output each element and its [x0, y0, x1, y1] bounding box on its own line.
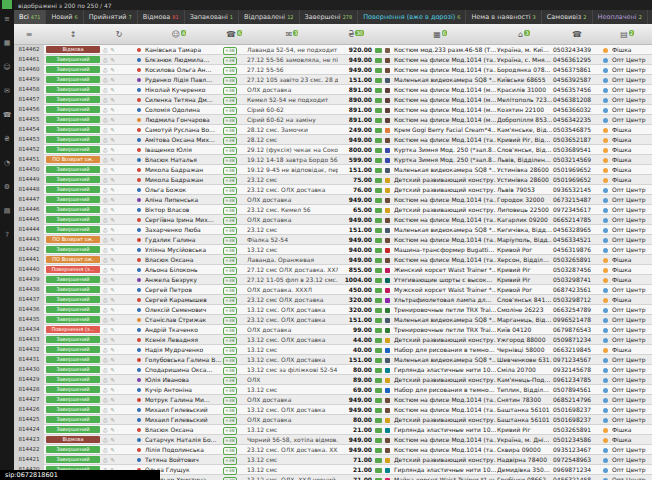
print-icon[interactable]: ⎙: [103, 337, 107, 343]
edit-icon[interactable]: ✎: [110, 457, 115, 463]
status-badge[interactable]: Завершений: [46, 86, 100, 93]
client-name[interactable]: Тетяна Войтович: [145, 456, 199, 463]
edit-icon[interactable]: ✎: [110, 387, 115, 393]
product-name[interactable]: Детский развивающий констру…: [394, 336, 496, 343]
edit-icon[interactable]: ✎: [110, 417, 115, 423]
messenger-icon[interactable]: [137, 138, 141, 142]
client-phone[interactable]: 0456357456: [552, 85, 602, 94]
client-phone[interactable]: 0503265891: [552, 425, 602, 434]
table-row[interactable]: 814447 Завершений ⎙ ✎ Аліна Липенська +3…: [14, 195, 652, 205]
table-row[interactable]: 814442 Завершений ⎙ ✎ Уліяна Мусійовська…: [14, 245, 652, 255]
print-icon[interactable]: ⎙: [103, 287, 107, 293]
client-phone[interactable]: 0685214796: [552, 395, 602, 404]
orders-icon[interactable]: ▦: [4, 39, 11, 47]
edit-icon[interactable]: ✎: [110, 147, 115, 153]
print-icon[interactable]: ⎙: [103, 437, 107, 443]
messenger-icon[interactable]: [137, 288, 141, 292]
status-tab[interactable]: Самовивіз2: [542, 10, 593, 24]
edit-icon[interactable]: ✎: [110, 97, 115, 103]
edit-icon[interactable]: ✎: [110, 67, 115, 73]
messenger-icon[interactable]: [137, 268, 141, 272]
client-name[interactable]: Аліна Липенська: [145, 196, 198, 203]
table-row[interactable]: 814458 Завершений ⎙ ✎ Ніколай Кучеренко …: [14, 85, 652, 95]
edit-icon[interactable]: ✎: [110, 177, 115, 183]
status-badge[interactable]: Завершений: [46, 126, 100, 133]
table-row[interactable]: 814451 ПО Возврат ож. ⎙ ✎ Власюк Наталья…: [14, 155, 652, 165]
status-badge[interactable]: Завершений: [46, 166, 100, 173]
client-name[interactable]: Людмила Гончарова: [145, 116, 210, 123]
messenger-icon[interactable]: [137, 348, 141, 352]
client-phone[interactable]: 0665214785: [552, 215, 602, 224]
product-name[interactable]: Детский развивающий констру…: [394, 376, 496, 383]
table-row[interactable]: 814427 Завершений ⎙ ✎ Мотрук Галина Ми… …: [14, 395, 652, 405]
client-name[interactable]: Косилова Ольга Ан…: [145, 66, 212, 73]
product-name[interactable]: Набор для рисования в темно…: [394, 346, 495, 353]
edit-icon[interactable]: ✎: [110, 297, 115, 303]
edit-icon[interactable]: ✎: [110, 237, 115, 243]
client-name[interactable]: Сподаришина Окса…: [145, 366, 213, 373]
messenger-icon[interactable]: [137, 118, 141, 122]
messenger-icon[interactable]: [137, 188, 141, 192]
table-row[interactable]: 814460 Завершений ⎙ ✎ Косилова Ольга Ан……: [14, 65, 652, 75]
client-name[interactable]: Михаил Гилевьский: [145, 416, 208, 423]
messenger-icon[interactable]: [137, 58, 141, 62]
table-row[interactable]: 814423 Відмова ⎙ ✎ Сатарчук Наталія Бо… …: [14, 435, 652, 445]
client-phone[interactable]: 0679876543: [552, 325, 602, 334]
table-row[interactable]: 814457 Завершений ⎙ ✎ Силенка Тетяна Дм……: [14, 95, 652, 105]
print-icon[interactable]: ⎙: [103, 277, 107, 283]
client-name[interactable]: Михаил Гилевьский: [145, 406, 208, 413]
client-name[interactable]: Блєзнюк Людмила…: [145, 56, 210, 63]
status-badge[interactable]: Завершений: [46, 306, 100, 313]
client-phone[interactable]: 0935123467: [552, 445, 602, 454]
product-name[interactable]: Майка-корсет Waist Trainer *1 ш…: [394, 476, 496, 480]
messenger-icon[interactable]: [137, 228, 141, 232]
clients-icon[interactable]: ☺: [3, 63, 10, 71]
status-badge[interactable]: Завершений: [46, 56, 100, 63]
column-phone[interactable]: ☎: [552, 30, 602, 39]
messenger-icon[interactable]: [137, 308, 141, 312]
table-row[interactable]: 814448 Завершений ⎙ ✎ Ольга Божок +38 23…: [14, 185, 652, 195]
edit-icon[interactable]: ✎: [110, 217, 115, 223]
client-phone[interactable]: 0501969652: [552, 165, 602, 174]
client-phone[interactable]: 0456361295: [552, 55, 602, 64]
client-name[interactable]: Микола Бадражан: [145, 176, 203, 183]
client-name[interactable]: Сергей Петров: [145, 286, 192, 293]
edit-icon[interactable]: ✎: [110, 77, 115, 83]
edit-icon[interactable]: ✎: [110, 207, 115, 213]
column-product[interactable]: ▦6: [384, 30, 496, 39]
client-name[interactable]: Надія Мудраченко: [145, 346, 203, 353]
print-icon[interactable]: ⎙: [103, 317, 107, 323]
print-icon[interactable]: ⎙: [103, 97, 107, 103]
product-name[interactable]: Детский развивающий констру…: [394, 456, 496, 463]
print-icon[interactable]: ⎙: [103, 327, 107, 333]
client-name[interactable]: Мотрук Галина Ми…: [145, 396, 210, 403]
messenger-icon[interactable]: [137, 78, 141, 82]
status-badge[interactable]: Завершений: [46, 406, 100, 413]
client-name[interactable]: Самотуй Руслана Во…: [145, 126, 215, 133]
product-name[interactable]: Детский развивающий констру…: [394, 186, 496, 193]
status-badge[interactable]: Завершений: [46, 346, 100, 353]
messenger-icon[interactable]: [137, 158, 141, 162]
mail-icon[interactable]: ✉: [4, 87, 10, 95]
product-name[interactable]: Костюм на флисе Мод.1014 (м…: [394, 116, 496, 123]
client-name[interactable]: Віктор Власов: [145, 206, 189, 213]
status-tab[interactable]: Відправлені12: [239, 10, 300, 24]
messenger-icon[interactable]: [137, 398, 141, 402]
table-row[interactable]: 814461 Завершений ⎙ ✎ Блєзнюк Людмила… +…: [14, 55, 652, 65]
settings-icon[interactable]: ⚙: [4, 183, 10, 191]
product-name[interactable]: Мужской корсет Waist Trainer *…: [394, 286, 496, 293]
table-row[interactable]: 814453 Завершений ⎙ ✎ Амітова Оксана Мих…: [14, 135, 652, 145]
messenger-icon[interactable]: [137, 298, 141, 302]
edit-icon[interactable]: ✎: [110, 427, 115, 433]
stats-icon[interactable]: ◔: [4, 159, 10, 167]
client-phone[interactable]: 0456328965: [552, 225, 602, 234]
product-name[interactable]: Костюм на флисе Мод.1014 (та…: [394, 66, 496, 73]
client-phone[interactable]: 0503265891: [552, 255, 602, 264]
edit-icon[interactable]: ✎: [110, 257, 115, 263]
status-tab[interactable]: Всі471: [14, 10, 46, 24]
print-icon[interactable]: ⎙: [103, 417, 107, 423]
client-phone[interactable]: 0456366032: [552, 105, 602, 114]
edit-icon[interactable]: ✎: [110, 267, 115, 273]
edit-icon[interactable]: ✎: [110, 127, 115, 133]
messenger-icon[interactable]: [137, 218, 141, 222]
